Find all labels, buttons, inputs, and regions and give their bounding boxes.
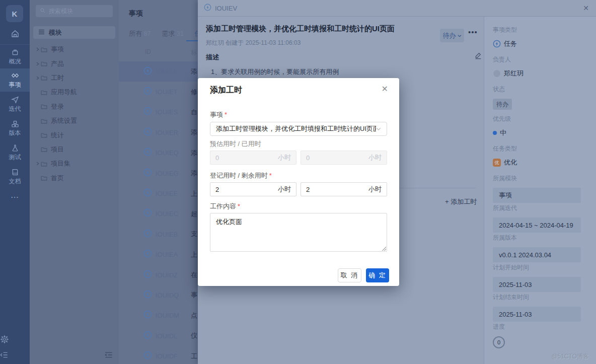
issue-id: IOUIDM <box>156 312 179 319</box>
issue-row[interactable]: IOUIDQ事 <box>119 285 198 305</box>
sidebar-item-issues[interactable]: 事项 <box>0 68 30 92</box>
status-value[interactable]: 待办 <box>493 99 588 110</box>
item-field-label: 事项* <box>210 110 227 119</box>
issue-row[interactable]: IOUIDL仪 <box>119 326 198 346</box>
chevron-placeholder <box>30 90 41 94</box>
issue-row[interactable]: IOUIEV添 <box>119 61 198 82</box>
prop-end-date: 计划结束时间 2025-11-03 <box>493 293 588 322</box>
sidebar-item-sprint[interactable]: 迭代 <box>0 93 30 116</box>
issue-row[interactable]: IOUIEB支 <box>119 224 198 244</box>
tree-item[interactable]: 事项 <box>30 42 119 56</box>
issue-title-cell: 超 <box>191 209 197 219</box>
hour-unit: 小时 <box>278 185 291 194</box>
sidebar-item-label: 概况 <box>9 57 21 66</box>
rail-collapse-icon[interactable] <box>0 351 30 358</box>
progress-circle[interactable]: 0 <box>493 336 505 348</box>
module-sidebar: 搜索模块 模块 事项 产品 工时 <box>30 0 119 364</box>
issue-title-cell: 仪 <box>191 331 197 340</box>
prop-start-date: 计划开始时间 2025-11-03 <box>493 263 588 292</box>
sidebar-item-test[interactable]: 测试 <box>0 141 30 164</box>
app-window: K 概况 事项 <box>0 0 596 364</box>
overview-icon <box>11 48 19 56</box>
issue-id: IOUIET <box>156 88 177 96</box>
task-icon <box>143 351 152 361</box>
work-content-textarea[interactable]: 优化页面 <box>210 213 387 252</box>
description-label: 描述 <box>206 53 219 62</box>
tree-item[interactable]: 项目集 <box>30 157 119 171</box>
textarea-resize-handle[interactable] <box>382 247 386 251</box>
spent-hours-input[interactable] <box>306 154 368 162</box>
issue-row[interactable]: IOUIEC超 <box>119 204 198 224</box>
tree-item[interactable]: 工时 <box>30 71 119 85</box>
chevron-right-icon[interactable] <box>30 62 41 66</box>
issue-id: IOUIEV <box>156 68 178 76</box>
task-icon <box>143 290 152 301</box>
sidebar-item-overview[interactable]: 概况 <box>0 45 30 68</box>
app-logo[interactable]: K <box>6 5 23 22</box>
confirm-button[interactable]: 确 定 <box>366 268 389 282</box>
edit-pencil-icon[interactable] <box>474 51 482 61</box>
issue-row[interactable]: IOUIDZ在 <box>119 265 198 285</box>
issue-row[interactable]: IOUIET修 <box>119 82 198 102</box>
task-type-value[interactable]: 优 优化 <box>493 158 588 167</box>
end-date-field[interactable]: 2025-11-03 <box>493 307 581 322</box>
issue-id: IOUIER <box>156 129 178 136</box>
module-search-input[interactable]: 搜索模块 <box>36 5 113 17</box>
issue-row[interactable]: IOUIES自 <box>119 102 198 122</box>
issue-id: IOUIEG <box>156 170 179 177</box>
more-actions-icon[interactable]: ••• <box>468 28 478 36</box>
tab-all[interactable]: 所有87 <box>129 29 151 38</box>
tab-requirements[interactable]: 需求31 <box>162 29 183 38</box>
issue-title-cell: 点 <box>191 311 197 320</box>
issue-id: IOUIDF <box>156 352 178 360</box>
sidebar-item-docs[interactable]: 文档 <box>0 165 30 188</box>
tree-item-label: 项目 <box>51 145 64 154</box>
status-dropdown[interactable]: 待办 <box>440 29 464 42</box>
tree-item[interactable]: 首页 <box>30 171 119 185</box>
task-icon <box>493 40 501 48</box>
chevron-right-icon[interactable] <box>30 76 41 80</box>
modal-close-icon[interactable]: ✕ <box>382 84 388 94</box>
cancel-button[interactable]: 取 消 <box>338 268 361 282</box>
module-field[interactable]: 事项 <box>493 188 581 203</box>
tree-item[interactable]: 统计 <box>30 128 119 142</box>
version-field[interactable]: v0.0.1 2024.03.04 <box>493 247 581 262</box>
tree-item-label: 产品 <box>51 59 64 68</box>
tree-item-label: 登录 <box>51 102 64 111</box>
chevron-right-icon[interactable] <box>30 162 41 166</box>
more-menu-icon[interactable]: ⋯ <box>0 192 30 202</box>
issue-row[interactable]: IOUIEQ添 <box>119 143 198 163</box>
sidebar-collapse-icon[interactable] <box>105 351 113 360</box>
tree-item[interactable]: 产品 <box>30 56 119 70</box>
drawer-close-icon[interactable]: ✕ <box>583 4 589 12</box>
add-worklog-button[interactable]: + 添加工时 <box>445 197 477 206</box>
issue-row[interactable]: IOUIEA上 <box>119 245 198 265</box>
tree-item[interactable]: 登录 <box>30 100 119 114</box>
tree-item[interactable]: 应用导航 <box>30 85 119 99</box>
sidebar-item-version[interactable]: 版本 <box>0 117 30 140</box>
issue-row[interactable]: IOUIER添 <box>119 122 198 142</box>
start-date-field[interactable]: 2025-11-03 <box>493 277 581 292</box>
chevron-right-icon[interactable] <box>30 47 41 51</box>
issue-id: IOUIEC <box>156 210 178 217</box>
issue-id: IOUIDL <box>156 332 177 340</box>
estimated-hours-input[interactable] <box>215 154 278 162</box>
home-icon[interactable] <box>0 26 30 41</box>
remaining-hours-input[interactable] <box>306 186 368 193</box>
task-icon <box>143 208 152 219</box>
tree-item[interactable]: 项目 <box>30 142 119 157</box>
logged-hours-input[interactable] <box>215 186 278 193</box>
tree-item[interactable]: 系统设置 <box>30 114 119 128</box>
assignee-value[interactable]: 郑红玥 <box>493 69 588 78</box>
module-tree-header[interactable]: 模块 <box>33 26 115 39</box>
issue-row[interactable]: IOUIEG添 <box>119 163 198 183</box>
issue-row[interactable]: IOUIDM点 <box>119 306 198 326</box>
issue-row[interactable]: IOUIDF工 <box>119 346 198 364</box>
priority-value[interactable]: 中 <box>493 128 588 137</box>
issue-select[interactable]: 添加工时管理模块，并优化工时填报和工时统计的UI页面 <box>210 122 387 136</box>
sprint-field[interactable]: 2024-04-15 ~ 2024-04-19 <box>493 217 581 233</box>
settings-gear-icon[interactable] <box>0 335 30 344</box>
issue-type-value[interactable]: 任务 <box>493 39 588 48</box>
task-icon <box>143 310 152 321</box>
issue-row[interactable]: IOUIEE上 <box>119 183 198 203</box>
